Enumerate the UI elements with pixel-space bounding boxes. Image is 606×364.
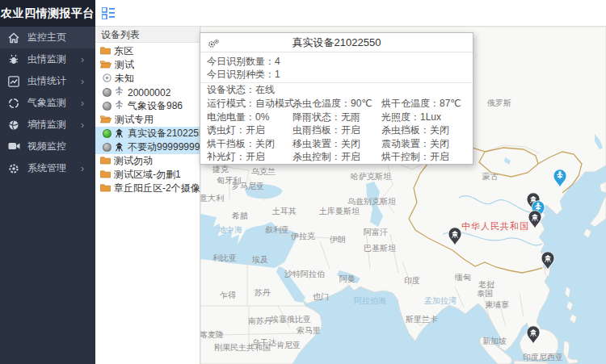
tree-node-label: 真实设备21022550 <box>128 127 200 140</box>
sidebar-toggle-icon[interactable] <box>102 7 115 19</box>
popup-detail-cell: 光照度：1Lux <box>381 111 473 124</box>
weather-station-pin[interactable] <box>553 169 567 191</box>
app-title: 农业四情测报平台 <box>0 0 95 27</box>
sidebar-item-4[interactable]: 墒情监测› <box>0 114 95 136</box>
map-place-label: 南苏丹 <box>248 316 272 327</box>
tree-row[interactable]: 测试区域-勿删1 <box>95 168 200 182</box>
map-place-label: 喀麦隆 <box>200 329 224 341</box>
map-place-label: 乍得 <box>220 290 236 301</box>
tree-row[interactable]: 不要动99999999 <box>95 140 200 154</box>
app-root: { "app": { "title": "农业四情测报平台" }, "sideb… <box>0 0 606 364</box>
unknown-marker-icon <box>103 73 112 85</box>
tree-row[interactable]: 测试专用 <box>95 113 200 127</box>
folder-closed-icon <box>100 169 111 181</box>
map-place-label: 阿曼 <box>339 274 356 285</box>
map-place-label: 缅甸 <box>455 272 471 283</box>
map-place-label: 阿拉伯海 <box>354 295 386 307</box>
map-place-label: 也门 <box>313 291 329 303</box>
sidebar-item-label: 墒情监测 <box>27 118 95 132</box>
bug-icon <box>8 54 19 65</box>
map-place-label: 地中海 <box>218 224 242 236</box>
insect-trap-pin[interactable] <box>526 325 541 348</box>
folder-open-icon <box>100 60 112 71</box>
device-tree: 东区测试未知20000002气象设备986测试专用真实设备21022550不要动… <box>95 43 200 195</box>
map-place-label: 孟加拉湾 <box>424 295 457 307</box>
tree-row[interactable]: 测试 <box>95 58 200 72</box>
popup-status-line: 设备状态：在线 <box>200 83 473 97</box>
tree-node-label: 20000002 <box>128 87 170 98</box>
sidebar-item-5[interactable]: 视频监控 <box>0 136 95 157</box>
tree-row[interactable]: 未知 <box>95 72 200 86</box>
insect-trap-pin[interactable] <box>541 251 555 274</box>
tree-node-label: 不要动99999999 <box>128 140 200 154</box>
tree-node-label: 章丘阳丘区-2个摄像头 <box>114 182 200 195</box>
folder-closed-icon <box>100 183 111 195</box>
popup-detail-cell: 杀虫控制：开启 <box>292 150 381 164</box>
map-place-label: 捷克 <box>213 164 229 175</box>
map-place-label: 泰国 <box>477 288 493 299</box>
tree-row[interactable]: 20000002 <box>95 86 200 99</box>
sidebar-item-6[interactable]: 系统管理› <box>0 157 95 179</box>
sidebar-item-label: 监控主页 <box>27 31 95 44</box>
sidebar-item-0[interactable]: 监控主页 <box>0 27 95 48</box>
insect-trap-pin[interactable] <box>528 210 542 232</box>
sidebar-item-label: 虫情统计 <box>27 74 95 88</box>
tree-node-label: 东区 <box>114 44 133 58</box>
popup-device-title: 真实设备21022550 <box>292 36 381 48</box>
map-place-label: 蒙古 <box>482 171 499 182</box>
popup-detail-cell: 运行模式：自动模式 <box>207 97 292 111</box>
map-place-label: 肯尼亚 <box>276 340 301 351</box>
tree-row[interactable]: 真实设备21022550 <box>95 127 200 140</box>
green-status-dot <box>103 129 112 138</box>
map-place-label: 柬埔寨 <box>485 299 509 311</box>
sidebar-item-1[interactable]: 虫情监测› <box>0 48 95 70</box>
map-place-label: 索马里 <box>297 325 321 337</box>
sidebar-item-3[interactable]: 气象监测› <box>0 92 95 114</box>
weather-icon <box>8 98 19 109</box>
popup-detail-cell: 降雨状态：无雨 <box>292 111 381 124</box>
gray-status-dot <box>103 88 112 97</box>
gear-icon <box>8 163 19 174</box>
device-info-popup: 真实设备21022550 今日识别数量：4今日识别种类：1 设备状态：在线 运行… <box>200 32 473 165</box>
popup-stat-line: 今日识别种类：1 <box>207 68 473 81</box>
folder-open-icon <box>100 115 112 126</box>
sidebar-item-2[interactable]: 虫情统计› <box>0 70 95 92</box>
insect-device-icon <box>114 128 124 140</box>
tree-node-label: 测试区域-勿删1 <box>114 168 181 182</box>
popup-detail-cell: 震动装置：关闭 <box>381 137 473 151</box>
map-place-label: 刚果民主共和国 <box>214 342 271 354</box>
device-list-header: 设备列表 <box>95 27 200 43</box>
settings-gears-icon[interactable] <box>208 37 220 48</box>
chevron-right-icon: › <box>81 119 84 131</box>
sidebar-item-label: 视频监控 <box>27 140 95 153</box>
folder-closed-icon <box>100 46 111 57</box>
map-place-label: 新加坡 <box>482 336 507 347</box>
weather-station-icon <box>114 86 124 98</box>
folder-closed-icon <box>100 156 111 167</box>
popup-detail-cell: 诱虫灯：开启 <box>207 123 292 137</box>
home-icon <box>8 32 19 44</box>
popup-detail-cell: 烘干控制：开启 <box>381 150 473 164</box>
map-place-label: 土耳其 <box>272 206 297 217</box>
topbar <box>95 0 606 27</box>
map-place-label: 埃及 <box>252 254 268 266</box>
map-place-label: 巴基斯坦 <box>364 243 396 254</box>
map-place-label: 印度尼西亚 <box>523 352 563 363</box>
tree-row[interactable]: 章丘阳丘区-2个摄像头 <box>95 182 200 195</box>
sidebar-menu: 监控主页虫情监测›虫情统计›气象监测›墒情监测›视频监控系统管理› <box>0 27 95 179</box>
popup-detail-cell: 烘干仓温度：87℃ <box>381 97 473 111</box>
insect-device-icon <box>114 141 124 154</box>
map-place-label: 伊朗 <box>330 234 346 245</box>
map-place-label: 罗马尼亚 <box>232 181 264 192</box>
tree-row[interactable]: 测试勿动 <box>95 154 200 168</box>
tree-node-label: 测试专用 <box>115 113 154 127</box>
popup-title-bar: 真实设备21022550 <box>200 33 473 52</box>
tree-row[interactable]: 东区 <box>95 44 200 58</box>
sidebar-item-label: 虫情监测 <box>27 52 95 66</box>
tree-row[interactable]: 气象设备986 <box>95 99 200 113</box>
insect-trap-pin[interactable] <box>448 227 462 249</box>
tree-node-label: 气象设备986 <box>128 99 183 113</box>
map-place-label: 哈萨克斯坦 <box>351 171 391 182</box>
popup-detail-cell: 移虫装置：关闭 <box>292 137 381 151</box>
popup-stat-line: 今日识别数量：4 <box>207 55 473 68</box>
